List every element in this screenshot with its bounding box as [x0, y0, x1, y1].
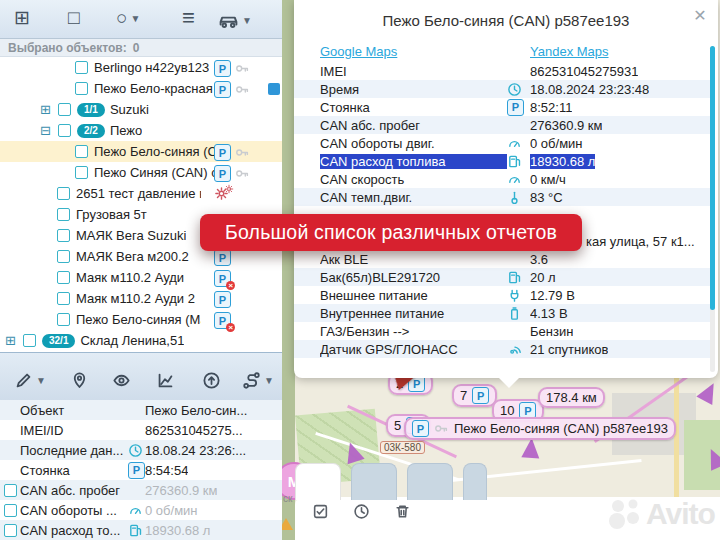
telemetry-label: IMEI — [320, 64, 507, 79]
edit-pencil-icon[interactable]: ▼ — [14, 371, 46, 390]
marker-count: 10 — [500, 403, 514, 418]
location-pin-icon[interactable] — [70, 371, 89, 390]
unit-tooltip-popup: Пежо Бело-синяя (CAN) p587ee193 Google M… — [294, 0, 718, 378]
fuel-icon — [507, 154, 530, 169]
time-filter-icon[interactable] — [353, 503, 370, 520]
sensor-checkbox[interactable] — [4, 524, 17, 537]
telemetry-row[interactable]: CAN расход топлива 18930.68 л — [294, 152, 710, 170]
telemetry-row[interactable]: ГАЗ/Бензин --> Бензин — [294, 322, 710, 340]
tab[interactable] — [295, 463, 341, 500]
map-road — [674, 378, 679, 498]
telemetry-row[interactable]: IMEI 862531045275931 — [294, 62, 710, 80]
unit-row[interactable]: Пежо Синяя (CAN) с — [0, 162, 282, 183]
trash-icon[interactable] — [394, 503, 411, 520]
tab[interactable] — [463, 463, 487, 500]
telemetry-row[interactable]: Датчик GPS/ГЛОНАСС 21 спутников — [294, 340, 710, 358]
detail-value: 0 об/мин — [145, 503, 198, 518]
expand-toggle-icon[interactable] — [40, 124, 54, 138]
direction-arrow-marker[interactable] — [696, 379, 720, 405]
unit-checkbox[interactable] — [57, 250, 70, 263]
expand-toggle-icon[interactable] — [5, 334, 19, 348]
promo-banner: Большой список различных отчетов — [200, 214, 582, 251]
parking-icon — [214, 312, 231, 329]
unit-row[interactable]: Пежо Бело-синяя (Мая — [0, 309, 282, 330]
unit-checkbox[interactable] — [57, 271, 70, 284]
unit-checkbox[interactable] — [58, 103, 71, 116]
map-marker-label[interactable]: 03К-580 — [380, 441, 425, 454]
unit-row[interactable]: 1/1 Suzuki — [0, 99, 282, 120]
unit-row[interactable]: 2/2 Пежо — [0, 120, 282, 141]
unit-checkbox[interactable] — [57, 187, 70, 200]
unit-row[interactable]: 32/1 Склад Ленина,51 — [0, 330, 282, 351]
unit-checkbox[interactable] — [75, 61, 88, 74]
unit-row[interactable]: Маяк м110.2 Ауди 2 — [0, 288, 282, 309]
telemetry-row[interactable]: Время 18.08.2024 23:23:48 — [294, 80, 710, 98]
list-view-icon[interactable]: ≡ — [182, 8, 195, 28]
telemetry-row[interactable]: CAN темп.двиг. 83 °C — [294, 188, 710, 206]
unit-row[interactable]: 2651 тест давление в ш — [0, 183, 282, 204]
vehicle-filter-icon[interactable]: ▼ — [218, 10, 252, 31]
telemetry-row[interactable]: Стоянка 8:52:11 — [294, 98, 710, 116]
select-all-checkbox-icon[interactable] — [312, 503, 329, 520]
map-marker-label[interactable]: 178.4 км — [538, 387, 605, 408]
detail-label: Последние дан... — [20, 443, 128, 458]
telemetry-value: 20 л — [530, 270, 556, 285]
tab[interactable] — [351, 463, 397, 500]
unit-checkbox[interactable] — [57, 208, 70, 221]
telemetry-row[interactable]: CAN обороты двиг. 0 об/мин — [294, 134, 710, 152]
detail-row[interactable]: Стоянка 8:54:54 — [0, 460, 282, 480]
unit-checkbox[interactable] — [23, 334, 36, 347]
clock-icon — [507, 82, 530, 97]
detail-row[interactable]: Последние дан... 18.08.24 23:26:... — [0, 440, 282, 460]
telemetry-label: ГАЗ/Бензин --> — [320, 324, 507, 339]
google-maps-link[interactable]: Google Maps — [320, 44, 530, 59]
unit-checkbox[interactable] — [57, 313, 70, 326]
tab[interactable] — [407, 463, 453, 500]
direction-arrow-marker[interactable] — [521, 437, 540, 458]
close-icon[interactable] — [691, 7, 709, 25]
telemetry-label: Время — [320, 82, 507, 97]
expand-toggle-icon[interactable] — [40, 103, 54, 117]
unit-checkbox[interactable] — [75, 82, 88, 95]
detail-row[interactable]: CAN абс. пробег 276360.9 км — [0, 480, 282, 500]
sensor-checkbox[interactable] — [4, 484, 17, 497]
unit-checkbox[interactable] — [75, 145, 88, 158]
detail-row[interactable]: CAN обороты ... 0 об/мин — [0, 500, 282, 520]
add-object-icon[interactable]: ⊞ — [14, 8, 30, 28]
detail-row[interactable]: IMEI/ID 862531045275... — [0, 420, 282, 440]
telemetry-row[interactable]: Внешнее питание 12.79 В — [294, 286, 710, 304]
telemetry-row[interactable]: Бак(65л)BLE291720 20 л — [294, 268, 710, 286]
selection-square-icon[interactable]: □ — [68, 8, 79, 28]
popup-scrollbar-thumb[interactable] — [710, 46, 715, 310]
unit-checkbox[interactable] — [58, 124, 71, 137]
detail-label: IMEI/ID — [20, 423, 128, 438]
selection-status-bar: Выбрано объектов: 0 — [0, 39, 282, 57]
detail-value: 862531045275... — [145, 423, 243, 438]
sensor-checkbox[interactable] — [4, 504, 17, 517]
telemetry-label: Бак(65л)BLE291720 — [320, 270, 507, 285]
unit-row[interactable]: Маяк м110.2 Ауди — [0, 267, 282, 288]
upload-icon[interactable] — [202, 371, 221, 390]
unit-checkbox[interactable] — [57, 229, 70, 242]
status-circle-icon[interactable]: ○▼ — [116, 8, 140, 28]
telemetry-value: Бензин — [530, 324, 573, 339]
chart-icon[interactable] — [156, 371, 175, 390]
unit-checkbox[interactable] — [75, 166, 88, 179]
yandex-maps-link[interactable]: Yandex Maps — [530, 44, 609, 59]
telemetry-row[interactable]: CAN скорость 0 км/ч — [294, 170, 710, 188]
detail-row[interactable]: Объект Пежо Бело-син... — [0, 400, 282, 420]
unit-row[interactable]: Пежо Бело-красная — [0, 78, 282, 99]
eye-icon[interactable] — [112, 371, 131, 390]
route-icon[interactable]: ▼ — [242, 371, 274, 390]
telemetry-row[interactable]: Внутреннее питание 4.13 В — [294, 304, 710, 322]
unit-row[interactable]: Berlingo н422ув123 — [0, 57, 282, 78]
unit-label: МАЯК Вега м200.2 — [76, 249, 189, 264]
telemetry-row[interactable]: Акк BLE 3.6 — [294, 250, 710, 268]
telemetry-row[interactable]: CAN абс. пробег 276360.9 км — [294, 116, 710, 134]
telemetry-label: Стоянка — [320, 100, 507, 115]
detail-row[interactable]: CAN расход то... 18930.68 л — [0, 520, 282, 540]
map-marker-label[interactable]: 7 — [452, 384, 497, 407]
unit-row[interactable]: Пежо Бело-синяя (C — [0, 141, 282, 162]
unit-checkbox[interactable] — [57, 292, 70, 305]
map-marker-label[interactable]: Пежо Бело-синяя (CAN) p587ee193 — [404, 417, 676, 440]
